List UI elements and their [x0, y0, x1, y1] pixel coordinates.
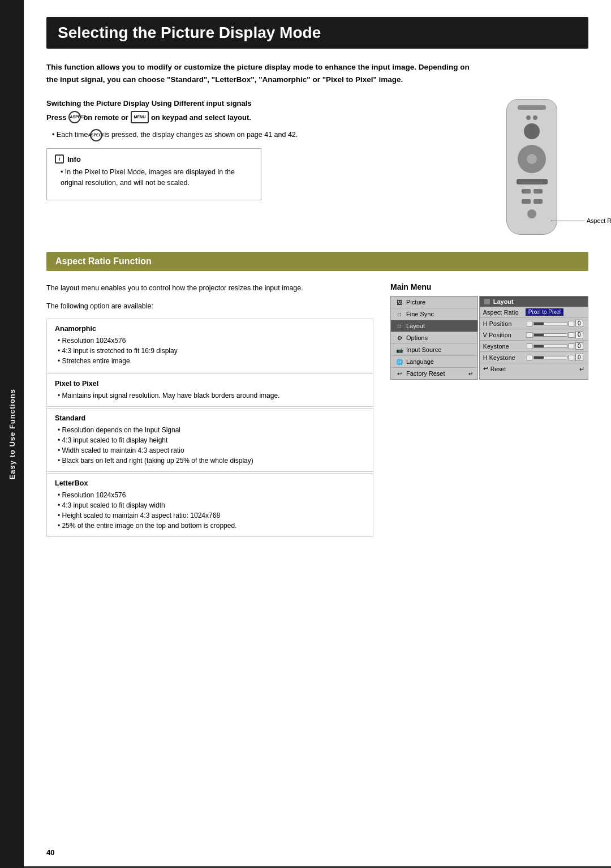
menu-item-inputsource[interactable]: 📷 Input Source [391, 344, 477, 356]
remote-illustration: Aspect Ratio [475, 99, 588, 235]
bottom-left: The layout menu enables you to control h… [46, 282, 373, 538]
slider-num-vpos: 0 [575, 331, 583, 338]
layout-panel-header: Layout [480, 297, 588, 307]
menu-item-factoryreset[interactable]: ↩ Factory Reset ↵ [391, 368, 477, 379]
layout-label-vpos: V Position [483, 332, 526, 338]
menu-icon-keypad: MENU [131, 111, 149, 123]
menu-item-options-label: Options [406, 334, 428, 341]
menu-panel: 🖼 Picture □ Fine Sync □ Layout ⚙ [390, 296, 478, 380]
slider-num-hpos: 0 [575, 320, 583, 327]
remote-s-btn-4 [533, 199, 543, 204]
description-2: The following option are available: [46, 300, 373, 312]
layout-slider-hpos: 0 [527, 320, 583, 327]
reset-label: Reset [490, 366, 506, 372]
menu-item-finesync-label: Fine Sync [406, 311, 434, 317]
layout-icon: □ [395, 323, 403, 329]
slider-track-hpos [533, 322, 567, 325]
option-standard-title: Standard [55, 414, 365, 422]
factoryreset-icon: ↩ [395, 371, 403, 377]
slider-right-hpos [569, 321, 574, 326]
slider-filled-hpos [534, 323, 544, 325]
info-box: i Info In the Pixel to Pixel Mode, image… [46, 148, 261, 200]
slider-left-hkeystone [527, 355, 532, 360]
option-standard-bullets: Resolution depends on the Input Signal 4… [58, 425, 365, 466]
option-pixel-title: Pixel to Pixel [55, 380, 365, 388]
option-standard: Standard Resolution depends on the Input… [46, 408, 373, 472]
option-anamorphic-bullets: Resolution 1024x576 4:3 input is stretch… [58, 336, 365, 366]
factoryreset-arrow: ↵ [468, 371, 473, 377]
slider-num-hkeystone: 0 [575, 354, 583, 361]
layout-label-aspect: Aspect Ratio [483, 309, 526, 316]
menu-item-layout[interactable]: □ Layout [391, 320, 477, 332]
layout-header-dot [484, 299, 490, 304]
menu-item-language[interactable]: 🌐 Language [391, 356, 477, 368]
layout-row-hkeystone: H Keystone 0 [480, 352, 588, 363]
option-letterbox-bullets: Resolution 1024x576 4:3 input scaled to … [58, 490, 365, 531]
layout-value-aspect: Pixel to Pixel [526, 308, 563, 316]
sidebar-label: Easy to Use Functions [8, 389, 16, 479]
picture-icon: 🖼 [395, 299, 403, 306]
remote-s-btn-3 [522, 199, 531, 204]
slider-left-hpos [527, 321, 532, 326]
layout-slider-vpos: 0 [527, 331, 583, 338]
slider-left-keystone [527, 343, 532, 349]
reset-arrow: ↵ [579, 366, 584, 372]
reset-icon: ↩ [483, 365, 488, 372]
layout-panel: Layout Aspect Ratio Pixel to Pixel H Pos… [479, 296, 588, 380]
remote-s-btn-2 [533, 189, 543, 194]
layout-label-keystone: Keystone [483, 343, 526, 350]
option-letterbox-title: LetterBox [55, 479, 365, 487]
aspect-label-text: Aspect Ratio [587, 217, 611, 224]
remote-small-btn-row-2 [522, 199, 543, 204]
intro-paragraph: This function allows you to modify or cu… [46, 61, 476, 85]
layout-row-aspect: Aspect Ratio Pixel to Pixel [480, 307, 588, 318]
inputsource-icon: 📷 [395, 347, 403, 353]
menu-item-inputsource-label: Input Source [406, 346, 441, 353]
options-list: Anamorphic Resolution 1024x576 4:3 input… [46, 319, 373, 537]
layout-row-keystone: Keystone 0 [480, 341, 588, 352]
remote-btn-1 [526, 115, 531, 120]
options-icon: ⚙ [395, 335, 403, 341]
remote-long-btn [517, 179, 548, 184]
press-line: Press ASPECT on remote or MENU on keypad… [46, 111, 464, 123]
finesync-icon: □ [395, 311, 403, 317]
remote-aspect-btn [527, 209, 536, 218]
slider-num-keystone: 0 [575, 342, 583, 350]
sidebar: Easy to Use Functions [0, 0, 24, 868]
slider-track-keystone [533, 345, 567, 348]
layout-slider-hkeystone: 0 [527, 354, 583, 361]
switching-bullets: Each time ASPECT is pressed, the display… [52, 129, 464, 141]
info-bullet-1: In the Pixel to Pixel Mode, images are d… [61, 167, 253, 188]
layout-row-vpos: V Position 0 [480, 329, 588, 341]
slider-right-vpos [569, 332, 574, 338]
aspect-icon-remote: ASPECT [68, 111, 81, 123]
slider-right-keystone [569, 343, 574, 349]
info-icon: i [55, 154, 64, 164]
aspect-ratio-banner: Aspect Ratio Function [46, 252, 588, 271]
slider-filled-hkeystone [534, 356, 544, 359]
menu-item-finesync[interactable]: □ Fine Sync [391, 308, 477, 320]
option-anamorphic-title: Anamorphic [55, 325, 365, 333]
remote-btn-2 [533, 115, 537, 120]
menu-item-factoryreset-label: Factory Reset [406, 370, 445, 377]
remote-small-btn-row-1 [522, 189, 543, 194]
info-label: Info [67, 155, 81, 164]
layout-slider-keystone: 0 [527, 342, 583, 350]
bottom-section: The layout menu enables you to control h… [46, 282, 588, 538]
top-section: Switching the Picture Display Using Diff… [46, 99, 588, 235]
page-title: Selecting the Picture Display Mode [46, 17, 588, 49]
top-left: Switching the Picture Display Using Diff… [46, 99, 464, 235]
option-pixel-to-pixel: Pixel to Pixel Maintains input signal re… [46, 373, 373, 407]
layout-label-hpos: H Position [483, 320, 526, 327]
main-menu-label: Main Menu [390, 282, 588, 291]
layout-reset-row: ↩ Reset ↵ [480, 363, 588, 374]
remote-body: Aspect Ratio [495, 99, 569, 235]
menu-item-picture[interactable]: 🖼 Picture [391, 297, 477, 308]
remote-top-bar [518, 105, 546, 110]
remote-shape: Aspect Ratio [506, 99, 557, 235]
layout-row-hpos: H Position 0 [480, 318, 588, 329]
switching-subtitle: Switching the Picture Display Using Diff… [46, 99, 464, 108]
option-pixel-bullets: Maintains input signal resolution. May h… [58, 390, 365, 401]
option-letterbox: LetterBox Resolution 1024x576 4:3 input … [46, 473, 373, 537]
menu-item-options[interactable]: ⚙ Options [391, 332, 477, 344]
